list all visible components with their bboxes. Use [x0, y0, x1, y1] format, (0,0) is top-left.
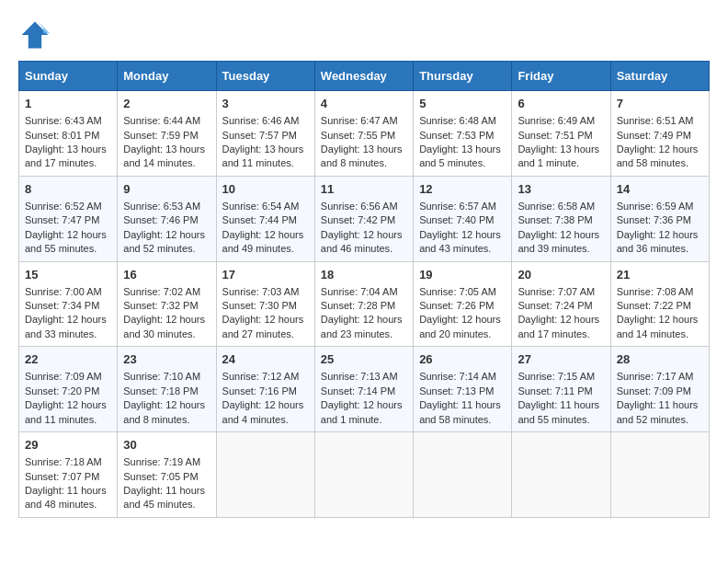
- daylight-label: Daylight: 13 hours and 14 minutes.: [123, 144, 205, 168]
- sunset-label: Sunset: 7:42 PM: [321, 214, 395, 225]
- day-number: 11: [321, 181, 407, 198]
- sunrise-label: Sunrise: 7:17 AM: [617, 371, 694, 382]
- sunrise-label: Sunrise: 7:15 AM: [518, 371, 595, 382]
- daylight-label: Daylight: 12 hours and 1 minute.: [321, 399, 403, 424]
- day-number: 3: [222, 96, 309, 112]
- daylight-label: Daylight: 12 hours and 46 minutes.: [321, 229, 403, 254]
- calendar-cell: 19Sunrise: 7:05 AMSunset: 7:26 PMDayligh…: [414, 261, 512, 347]
- calendar-cell: 21Sunrise: 7:08 AMSunset: 7:22 PMDayligh…: [610, 261, 709, 347]
- calendar-cell: 26Sunrise: 7:14 AMSunset: 7:13 PMDayligh…: [414, 347, 512, 432]
- sunset-label: Sunset: 7:34 PM: [25, 300, 99, 311]
- sunrise-label: Sunrise: 7:13 AM: [321, 371, 398, 382]
- day-header-saturday: Saturday: [610, 62, 709, 91]
- day-header-thursday: Thursday: [414, 62, 512, 91]
- day-number: 10: [222, 181, 309, 198]
- calendar-cell: [512, 432, 610, 518]
- day-number: 25: [321, 351, 407, 368]
- sunset-label: Sunset: 7:30 PM: [222, 300, 297, 311]
- daylight-label: Daylight: 12 hours and 4 minutes.: [222, 399, 304, 424]
- calendar-cell: 15Sunrise: 7:00 AMSunset: 7:34 PMDayligh…: [19, 261, 118, 347]
- sunrise-label: Sunrise: 6:56 AM: [321, 201, 398, 212]
- daylight-label: Daylight: 12 hours and 43 minutes.: [419, 229, 501, 254]
- sunset-label: Sunset: 7:32 PM: [123, 300, 198, 311]
- day-number: 1: [25, 96, 111, 112]
- day-number: 24: [222, 351, 309, 368]
- sunset-label: Sunset: 7:14 PM: [321, 385, 395, 396]
- sunset-label: Sunset: 7:09 PM: [617, 385, 691, 396]
- day-number: 15: [25, 267, 111, 283]
- daylight-label: Daylight: 13 hours and 8 minutes.: [321, 144, 403, 168]
- sunset-label: Sunset: 7:28 PM: [321, 300, 395, 311]
- calendar-header-row: SundayMondayTuesdayWednesdayThursdayFrid…: [19, 62, 710, 91]
- calendar-cell: 23Sunrise: 7:10 AMSunset: 7:18 PMDayligh…: [118, 347, 216, 432]
- day-number: 13: [518, 181, 604, 198]
- daylight-label: Daylight: 11 hours and 55 minutes.: [518, 399, 599, 424]
- daylight-label: Daylight: 12 hours and 17 minutes.: [518, 314, 599, 339]
- day-number: 8: [25, 181, 111, 198]
- calendar-cell: 13Sunrise: 6:58 AMSunset: 7:38 PMDayligh…: [512, 176, 610, 261]
- sunset-label: Sunset: 7:44 PM: [222, 214, 297, 225]
- sunrise-label: Sunrise: 6:53 AM: [123, 201, 200, 212]
- day-number: 7: [617, 96, 703, 112]
- calendar-week-row: 22Sunrise: 7:09 AMSunset: 7:20 PMDayligh…: [19, 347, 710, 432]
- sunrise-label: Sunrise: 7:19 AM: [123, 456, 200, 467]
- day-number: 30: [123, 437, 210, 454]
- daylight-label: Daylight: 12 hours and 33 minutes.: [25, 314, 107, 339]
- sunrise-label: Sunrise: 6:48 AM: [419, 115, 496, 126]
- day-number: 22: [25, 351, 111, 368]
- calendar-cell: 12Sunrise: 6:57 AMSunset: 7:40 PMDayligh…: [414, 176, 512, 261]
- daylight-label: Daylight: 13 hours and 17 minutes.: [25, 144, 107, 168]
- sunset-label: Sunset: 7:24 PM: [518, 300, 592, 311]
- day-number: 12: [419, 181, 506, 198]
- sunrise-label: Sunrise: 7:09 AM: [25, 371, 102, 382]
- calendar-week-row: 29Sunrise: 7:18 AMSunset: 7:07 PMDayligh…: [19, 432, 710, 518]
- sunrise-label: Sunrise: 6:44 AM: [123, 115, 200, 126]
- sunset-label: Sunset: 7:13 PM: [419, 385, 494, 396]
- daylight-label: Daylight: 11 hours and 58 minutes.: [419, 399, 501, 424]
- day-header-tuesday: Tuesday: [216, 62, 314, 91]
- sunset-label: Sunset: 7:57 PM: [222, 130, 297, 141]
- sunset-label: Sunset: 7:49 PM: [617, 130, 691, 141]
- daylight-label: Daylight: 11 hours and 52 minutes.: [617, 399, 699, 424]
- sunrise-label: Sunrise: 7:18 AM: [25, 456, 102, 467]
- daylight-label: Daylight: 12 hours and 8 minutes.: [123, 399, 205, 424]
- day-number: 19: [419, 267, 506, 283]
- sunrise-label: Sunrise: 6:52 AM: [25, 201, 102, 212]
- sunset-label: Sunset: 7:36 PM: [617, 214, 691, 225]
- sunset-label: Sunset: 7:51 PM: [518, 130, 592, 141]
- sunrise-label: Sunrise: 7:04 AM: [321, 286, 398, 297]
- calendar-cell: 10Sunrise: 6:54 AMSunset: 7:44 PMDayligh…: [216, 176, 314, 261]
- calendar-table: SundayMondayTuesdayWednesdayThursdayFrid…: [18, 61, 710, 518]
- sunrise-label: Sunrise: 6:54 AM: [222, 201, 300, 212]
- sunset-label: Sunset: 7:55 PM: [321, 130, 395, 141]
- calendar-week-row: 1Sunrise: 6:43 AMSunset: 8:01 PMDaylight…: [19, 91, 710, 177]
- day-number: 29: [25, 437, 111, 454]
- day-header-friday: Friday: [512, 62, 610, 91]
- sunset-label: Sunset: 7:11 PM: [518, 385, 592, 396]
- sunset-label: Sunset: 7:07 PM: [25, 471, 99, 482]
- daylight-label: Daylight: 12 hours and 39 minutes.: [518, 229, 599, 254]
- daylight-label: Daylight: 12 hours and 11 minutes.: [25, 399, 107, 424]
- sunset-label: Sunset: 7:40 PM: [419, 214, 494, 225]
- calendar-cell: [314, 432, 413, 518]
- sunset-label: Sunset: 7:18 PM: [123, 385, 198, 396]
- calendar-cell: 7Sunrise: 6:51 AMSunset: 7:49 PMDaylight…: [610, 91, 709, 177]
- sunset-label: Sunset: 7:22 PM: [617, 300, 691, 311]
- sunrise-label: Sunrise: 7:03 AM: [222, 286, 300, 297]
- calendar-cell: 9Sunrise: 6:53 AMSunset: 7:46 PMDaylight…: [118, 176, 216, 261]
- daylight-label: Daylight: 12 hours and 23 minutes.: [321, 314, 403, 339]
- logo-icon: [18, 18, 51, 52]
- sunrise-label: Sunrise: 7:08 AM: [617, 286, 694, 297]
- daylight-label: Daylight: 12 hours and 55 minutes.: [25, 229, 107, 254]
- calendar-cell: 20Sunrise: 7:07 AMSunset: 7:24 PMDayligh…: [512, 261, 610, 347]
- day-number: 5: [419, 96, 506, 112]
- daylight-label: Daylight: 11 hours and 45 minutes.: [123, 485, 205, 510]
- daylight-label: Daylight: 13 hours and 5 minutes.: [419, 144, 501, 168]
- day-number: 27: [518, 351, 604, 368]
- calendar-cell: 25Sunrise: 7:13 AMSunset: 7:14 PMDayligh…: [314, 347, 413, 432]
- sunrise-label: Sunrise: 7:02 AM: [123, 286, 200, 297]
- calendar-cell: 2Sunrise: 6:44 AMSunset: 7:59 PMDaylight…: [118, 91, 216, 177]
- sunrise-label: Sunrise: 6:59 AM: [617, 201, 694, 212]
- sunset-label: Sunset: 7:20 PM: [25, 385, 99, 396]
- calendar-cell: 24Sunrise: 7:12 AMSunset: 7:16 PMDayligh…: [216, 347, 314, 432]
